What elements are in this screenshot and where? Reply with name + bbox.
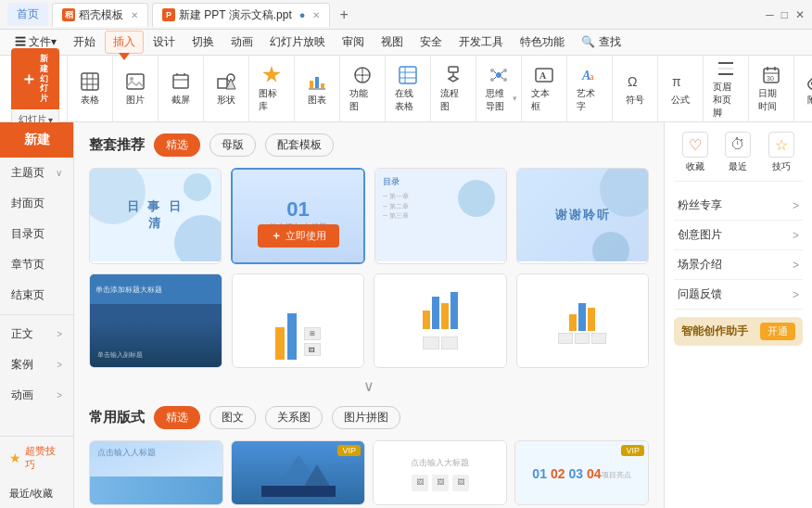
card-thankyou-preview: 谢谢聆听 [517, 169, 648, 261]
sidebar-item-coverpage[interactable]: 封面页 [0, 188, 73, 219]
mindmap-button[interactable]: 思维导图 ▾ [482, 61, 515, 116]
flowchart-button[interactable]: 流程图 [437, 61, 470, 116]
flowchart-icon [442, 64, 464, 86]
right-menu-scene[interactable]: 场景介绍 > [674, 250, 803, 280]
right-icon-recent[interactable]: ⏱ 最近 [725, 132, 751, 173]
common-filter-guanxi[interactable]: 关系图 [265, 406, 323, 429]
menu-dev[interactable]: 开发工具 [451, 32, 511, 53]
symbol-label: 符号 [626, 94, 644, 107]
right-menu-fans[interactable]: 粉丝专享 > [674, 191, 803, 221]
tab-doc[interactable]: P 新建 PPT 演示文稿.ppt ● ✕ [152, 3, 330, 27]
sidebar-new-button[interactable]: 新建 [0, 122, 73, 158]
symbol-icon: Ω [624, 70, 646, 93]
template-card-bar2[interactable] [516, 273, 650, 368]
menu-animation[interactable]: 动画 [223, 32, 260, 53]
chart-button[interactable]: 图表 [300, 68, 334, 109]
tab-add-button[interactable]: + [334, 6, 353, 23]
textbox-icon: A [533, 64, 555, 86]
formula-section: π 公式 [658, 56, 704, 121]
ty-circle2 [592, 232, 629, 261]
menu-transition[interactable]: 切换 [184, 32, 222, 53]
right-icon-tips[interactable]: ☆ 技巧 [768, 132, 794, 173]
menu-search[interactable]: 🔍 查找 [574, 32, 628, 53]
template-card-01[interactable]: ♥ 01 单击添加大标题 ＋ 立即使用 [231, 168, 365, 264]
template-card-bar[interactable]: ⊞ 🖼 [232, 273, 365, 368]
menu-design[interactable]: 设计 [146, 32, 183, 53]
tbar2 [432, 297, 439, 329]
datetime-button[interactable]: 30 日期时间 [755, 61, 788, 116]
shape-button[interactable]: 形状 [209, 68, 243, 109]
menu-view[interactable]: 视图 [374, 32, 411, 53]
right-menu-feedback[interactable]: 问题反馈 > [674, 280, 803, 310]
textbox-button[interactable]: A 文本框 [527, 61, 561, 116]
menu-review[interactable]: 审阅 [335, 32, 372, 53]
collapse-button[interactable]: ∨ [89, 377, 649, 395]
sidebar-item-animation[interactable]: 动画 > [0, 380, 73, 411]
symbol-section: Ω 符号 [613, 56, 658, 121]
template-card-mountain[interactable]: 单击添加标题大标题 单击输入副标题 [89, 273, 222, 368]
common-filter-pintu[interactable]: 图片拼图 [332, 406, 400, 429]
card-daily-preview: 日 事 日 清 [90, 169, 221, 261]
ai-assistant-button[interactable]: 智能创作助手 开通 [674, 317, 803, 346]
sidebar-item-themepage[interactable]: 主题页 ∨ [0, 158, 73, 188]
minimize-button[interactable]: ─ [766, 8, 774, 21]
right-menu-creative[interactable]: 创意图片 > [674, 221, 803, 250]
picture-button[interactable]: 图片 [119, 68, 152, 109]
formula-icon: π [669, 70, 691, 93]
datetime-section: 30 日期时间 [749, 56, 794, 121]
template-card-table[interactable] [374, 273, 507, 368]
arttext-button[interactable]: Aa 艺术字 [573, 61, 606, 116]
plus-icon: ＋ [271, 228, 282, 244]
common-filter-tuwen[interactable]: 图文 [209, 406, 256, 429]
bottom-card-2[interactable]: VIP [231, 440, 365, 505]
headerfooter-button[interactable]: 页眉和页脚 [709, 55, 742, 122]
filter-muban[interactable]: 母版 [209, 133, 256, 157]
filter-jingxuan[interactable]: 精选 [154, 133, 200, 157]
sidebar-item-chapterpage[interactable]: 章节页 [0, 249, 73, 280]
tab-doc-label: 新建 PPT 演示文稿.ppt [179, 7, 292, 23]
table-button[interactable]: 表格 [73, 68, 107, 109]
sidebar-item-tocpage[interactable]: 目录页 [0, 219, 73, 249]
use-now-button[interactable]: ＋ 立即使用 [258, 224, 339, 248]
bottom-card-4[interactable]: VIP 01 02 03 04 项目亮点 [514, 440, 649, 505]
bottom-card-1[interactable]: 点击输入人标题 [89, 440, 223, 505]
sidebar-item-example[interactable]: 案例 > [0, 349, 73, 380]
sidebar-recent[interactable]: 最近/收藏 [0, 479, 73, 508]
online-table-button[interactable]: 在线表格 [391, 61, 425, 116]
new-slide-btn[interactable]: ＋ 新建幻灯片 幻灯片 ▾ [11, 48, 59, 129]
feedback-arrow: > [793, 288, 799, 301]
funchart-button[interactable]: 功能图 [346, 61, 379, 116]
bottom-card-3[interactable]: 点击输入大标题 🖼 🖼 🖼 [373, 440, 507, 505]
tab-template[interactable]: 稻 稻壳模板 ✕ [52, 3, 148, 27]
tab-template-label: 稻壳模板 [79, 7, 123, 23]
sidebar-tips[interactable]: ★ 超赞技巧 [0, 437, 73, 479]
template-card-thankyou[interactable]: 谢谢聆听 [516, 168, 649, 264]
close-button[interactable]: ✕ [795, 8, 805, 21]
menu-security[interactable]: 安全 [412, 32, 450, 53]
sidebar-item-endpage[interactable]: 结束页 [0, 280, 73, 311]
tab-template-close[interactable]: ✕ [131, 10, 138, 20]
common-filter-jingxuan[interactable]: 精选 [154, 406, 200, 429]
num-01: 01 [532, 466, 547, 481]
new-slide-top[interactable]: ＋ 新建幻灯片 [11, 48, 59, 109]
sidebar-item-maintext[interactable]: 正文 > [0, 319, 73, 349]
formula-button[interactable]: π 公式 [664, 68, 697, 109]
iconlib-button[interactable]: 图标库 [255, 61, 288, 116]
tab-home[interactable]: 首页 [7, 3, 48, 26]
template-card-daily[interactable]: 日 事 日 清 [89, 168, 222, 264]
filter-peitao[interactable]: 配套模板 [265, 133, 334, 157]
template-card-list[interactable]: 目录 ─ 第一章 ─ 第二章 ─ 第三章 [374, 168, 507, 264]
screenshot-button[interactable]: 截屏 [164, 68, 197, 109]
menu-start[interactable]: 开始 [66, 32, 103, 53]
menu-special[interactable]: 特色功能 [513, 32, 572, 53]
maximize-button[interactable]: □ [781, 8, 788, 21]
ai-open-button[interactable]: 开通 [760, 323, 795, 340]
menu-slideshow[interactable]: 幻灯片放映 [262, 32, 333, 53]
attachment-button[interactable]: 附件 [800, 68, 812, 109]
daily-circle3 [184, 173, 211, 201]
right-icon-collect[interactable]: ♡ 收藏 [682, 132, 708, 173]
menu-insert[interactable]: 插入 [105, 31, 144, 54]
formula-label: 公式 [671, 94, 690, 107]
symbol-button[interactable]: Ω 符号 [618, 68, 652, 109]
tab-doc-close[interactable]: ✕ [312, 10, 320, 20]
